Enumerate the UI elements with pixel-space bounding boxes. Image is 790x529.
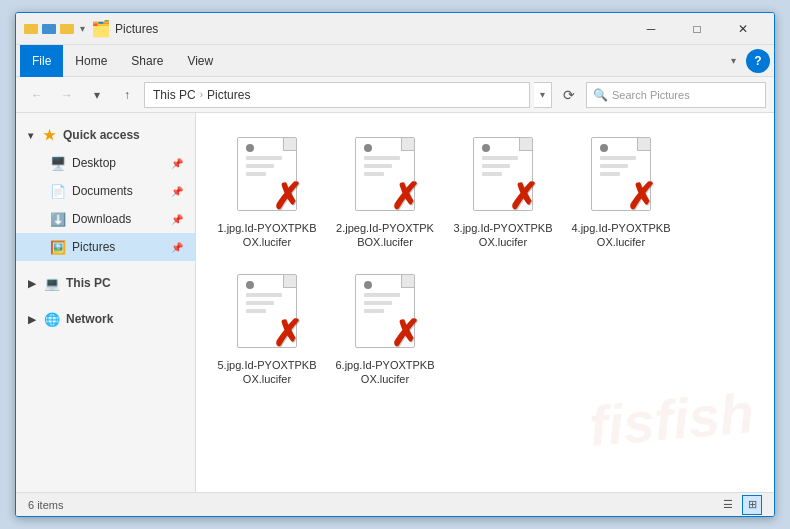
- doc-line: [600, 156, 636, 160]
- doc-line: [364, 293, 400, 297]
- doc-circle: [246, 281, 254, 289]
- pin-icon: 📌: [171, 158, 183, 169]
- ribbon-btn-1[interactable]: [24, 24, 38, 34]
- doc-line-short: [482, 164, 510, 168]
- help-button[interactable]: ?: [746, 49, 770, 73]
- doc-line-short: [246, 164, 274, 168]
- grid-view-button[interactable]: ⊞: [742, 495, 762, 515]
- address-bar: ← → ▾ ↑ This PC › Pictures ▾ ⟳ 🔍 Search …: [16, 77, 774, 113]
- breadcrumb-pictures[interactable]: Pictures: [207, 88, 250, 102]
- ribbon-btn-2[interactable]: [42, 24, 56, 34]
- file-icon-wrapper: ✗: [586, 137, 656, 217]
- window-title: Pictures: [115, 22, 628, 36]
- ribbon-btn-3[interactable]: [60, 24, 74, 34]
- sidebar-this-pc[interactable]: ▶ 💻 This PC: [16, 269, 195, 297]
- red-x-icon: ✗: [390, 316, 420, 352]
- main-content: ▾ ★ Quick access 🖥️ Desktop 📌 📄 Document…: [16, 113, 774, 492]
- file-item[interactable]: ✗5.jpg.Id-PYOXTPKBOX.lucifer: [212, 266, 322, 395]
- doc-circle: [364, 144, 372, 152]
- ribbon-dropdown[interactable]: ▾: [80, 23, 85, 34]
- close-button[interactable]: ✕: [720, 13, 766, 45]
- quick-access-chevron[interactable]: ▾: [28, 130, 33, 141]
- file-grid: ✗1.jpg.Id-PYOXTPKBOX.lucifer✗2.jpeg.Id-P…: [212, 129, 758, 394]
- sidebar-network-label: Network: [66, 312, 113, 326]
- menu-right: ▾ ?: [725, 49, 770, 73]
- list-view-button[interactable]: ☰: [718, 495, 738, 515]
- desktop-folder-icon: 🖥️: [50, 155, 66, 171]
- this-pc-icon: 💻: [44, 275, 60, 291]
- maximize-button[interactable]: □: [674, 13, 720, 45]
- file-item[interactable]: ✗6.jpg.Id-PYOXTPKBOX.lucifer: [330, 266, 440, 395]
- doc-line-short: [246, 301, 274, 305]
- file-item[interactable]: ✗4.jpg.Id-PYOXTPKBOX.lucifer: [566, 129, 676, 258]
- search-placeholder: Search Pictures: [612, 89, 690, 101]
- documents-folder-icon: 📄: [50, 183, 66, 199]
- menu-bar: File Home Share View ▾ ?: [16, 45, 774, 77]
- doc-line-short: [364, 164, 392, 168]
- minimize-button[interactable]: ─: [628, 13, 674, 45]
- file-name: 3.jpg.Id-PYOXTPKBOX.lucifer: [452, 221, 554, 250]
- file-name: 4.jpg.Id-PYOXTPKBOX.lucifer: [570, 221, 672, 250]
- sidebar-item-documents[interactable]: 📄 Documents 📌: [16, 177, 195, 205]
- breadcrumb-sep: ›: [200, 89, 203, 100]
- breadcrumb-thispc[interactable]: This PC: [153, 88, 196, 102]
- breadcrumb[interactable]: This PC › Pictures: [144, 82, 530, 108]
- file-icon-wrapper: ✗: [350, 137, 420, 217]
- star-icon: ★: [41, 127, 57, 143]
- pin-icon-3: 📌: [171, 214, 183, 225]
- menu-chevron[interactable]: ▾: [725, 55, 742, 66]
- doc-circle: [600, 144, 608, 152]
- doc-line-shorter: [246, 172, 266, 176]
- up-button[interactable]: ↑: [114, 82, 140, 108]
- quick-access-label[interactable]: Quick access: [63, 128, 140, 142]
- forward-button[interactable]: →: [54, 82, 80, 108]
- menu-home[interactable]: Home: [63, 45, 119, 77]
- downloads-folder-icon: ⬇️: [50, 211, 66, 227]
- view-controls: ☰ ⊞: [718, 495, 762, 515]
- file-name: 6.jpg.Id-PYOXTPKBOX.lucifer: [334, 358, 436, 387]
- sidebar-item-pictures[interactable]: 🖼️ Pictures 📌: [16, 233, 195, 261]
- network-icon: 🌐: [44, 311, 60, 327]
- menu-share[interactable]: Share: [119, 45, 175, 77]
- file-item[interactable]: ✗2.jpeg.Id-PYOXTPKBOX.lucifer: [330, 129, 440, 258]
- refresh-button[interactable]: ⟳: [556, 82, 582, 108]
- status-bar: 6 items ☰ ⊞: [16, 492, 774, 516]
- sidebar-documents-label: Documents: [72, 184, 133, 198]
- menu-file[interactable]: File: [20, 45, 63, 77]
- doc-line: [246, 156, 282, 160]
- red-x-icon: ✗: [626, 179, 656, 215]
- menu-view[interactable]: View: [175, 45, 225, 77]
- title-bar-ribbon: ▾: [24, 23, 85, 34]
- doc-line-short: [600, 164, 628, 168]
- explorer-window: ▾ 🗂️ Pictures ─ □ ✕ File Home Share View…: [15, 12, 775, 517]
- doc-line-shorter: [364, 309, 384, 313]
- file-name: 2.jpeg.Id-PYOXTPKBOX.lucifer: [334, 221, 436, 250]
- doc-circle: [246, 144, 254, 152]
- network-chevron[interactable]: ▶: [28, 314, 36, 325]
- file-item[interactable]: ✗1.jpg.Id-PYOXTPKBOX.lucifer: [212, 129, 322, 258]
- pictures-folder-icon: 🖼️: [50, 239, 66, 255]
- breadcrumb-dropdown[interactable]: ▾: [534, 82, 552, 108]
- this-pc-chevron[interactable]: ▶: [28, 278, 36, 289]
- sidebar-pictures-label: Pictures: [72, 240, 115, 254]
- item-count: 6 items: [28, 499, 63, 511]
- red-x-icon: ✗: [272, 316, 302, 352]
- doc-line-shorter: [482, 172, 502, 176]
- red-x-icon: ✗: [390, 179, 420, 215]
- red-x-icon: ✗: [508, 179, 538, 215]
- sidebar-item-desktop[interactable]: 🖥️ Desktop 📌: [16, 149, 195, 177]
- sidebar-desktop-label: Desktop: [72, 156, 116, 170]
- dropdown-button[interactable]: ▾: [84, 82, 110, 108]
- sidebar-item-downloads[interactable]: ⬇️ Downloads 📌: [16, 205, 195, 233]
- file-area: fisfish ✗1.jpg.Id-PYOXTPKBOX.lucifer✗2.j…: [196, 113, 774, 492]
- doc-circle: [364, 281, 372, 289]
- search-box[interactable]: 🔍 Search Pictures: [586, 82, 766, 108]
- sidebar-network[interactable]: ▶ 🌐 Network: [16, 305, 195, 333]
- sidebar-quick-access: ▾ ★ Quick access: [16, 121, 195, 149]
- doc-line: [246, 293, 282, 297]
- back-button[interactable]: ←: [24, 82, 50, 108]
- file-icon-wrapper: ✗: [232, 274, 302, 354]
- doc-line-shorter: [600, 172, 620, 176]
- file-item[interactable]: ✗3.jpg.Id-PYOXTPKBOX.lucifer: [448, 129, 558, 258]
- sidebar-this-pc-label: This PC: [66, 276, 111, 290]
